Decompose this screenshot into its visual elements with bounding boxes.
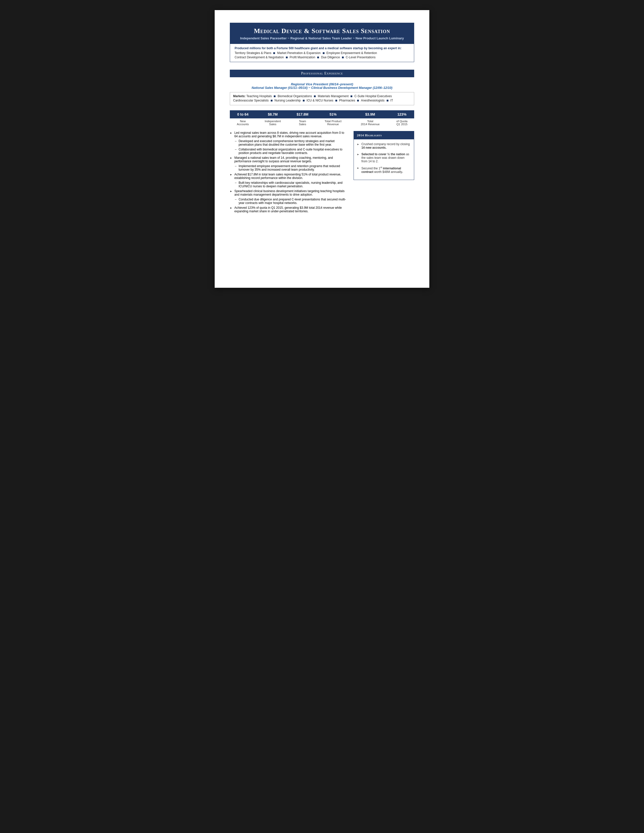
sub-bullet-5: – Conducted due diligence and prepared C… [235, 198, 348, 205]
market-bullet-5 [303, 100, 304, 101]
column-left: ► Led regional sales team across 8 state… [230, 131, 348, 214]
stat-label-1: NewAccounts [230, 118, 256, 127]
sub-bullet-4: – Built key relationships with cardiovas… [235, 181, 348, 188]
highlight-arrow-3: ► [357, 167, 359, 169]
sub-bullet-text-2: Collaborated with biomedical organizatio… [239, 148, 348, 155]
market-item-3: Materials Management [318, 95, 349, 98]
resume-page: Medical Device & Software Sales Sensatio… [215, 10, 429, 288]
expert-item-6: Due Diligence [321, 56, 340, 59]
main-bullet-5: ► Achieved 123% of quota in Q1 2015, gen… [230, 206, 348, 213]
expert-item-4: Contract Development & Negotiation [235, 56, 284, 59]
expert-box: Produced millions for both a Fortune 500… [230, 43, 414, 62]
arrow-icon-5: ► [230, 206, 232, 209]
markets-label: Markets: [233, 95, 245, 98]
market-item-2: Biomedical Organizations [277, 95, 312, 98]
arrow-icon-4: ► [230, 190, 232, 193]
stat-label-4: Total ProductRevenue [316, 118, 351, 127]
market-item-6: Nursing Leadership [275, 99, 301, 102]
highlight-item-2: ► Selected to cover ½ the nation as the … [357, 153, 411, 163]
markets-box: Markets: Teaching Hospitals Biomedical O… [230, 92, 414, 105]
bullet-text-1: Led regional sales team across 8 states,… [234, 131, 348, 138]
stats-header-row: 0 to 64 $8.7M $17.8M 51% $3.9M 123% [230, 110, 414, 118]
sub-bullet-text-4: Built key relationships with cardiovascu… [239, 181, 348, 188]
two-column-section: ► Led regional sales team across 8 state… [230, 131, 414, 214]
stat-header-4: 51% [316, 110, 351, 118]
bullet-text-3: Achieved $17.8M in total team sales repr… [234, 173, 348, 180]
main-bullet-1: ► Led regional sales team across 8 state… [230, 131, 348, 138]
highlights-header: 2014 Highlights [354, 131, 414, 139]
bullet-square-3 [286, 56, 288, 58]
dash-icon-3: – [235, 164, 237, 168]
expert-item-3: Employee Empowerment & Retention [327, 51, 377, 55]
stat-label-3: TeamSales [290, 118, 316, 127]
highlight-item-3: ► Secured the 1st international contract… [357, 166, 411, 174]
expert-item-2: Market Penetration & Expansion [277, 51, 320, 55]
highlight-text-3: Secured the 1st international contract w… [361, 166, 411, 174]
highlight-text-2: Selected to cover ½ the nation as the sa… [361, 153, 411, 163]
expert-items: Territory Strategies & Plans Market Pene… [235, 51, 409, 60]
stat-header-6: 123% [390, 110, 414, 118]
highlight-arrow-2: ► [357, 153, 359, 156]
bullet-square-5 [342, 56, 344, 58]
job-titles: Regional Vice President (06/14–present) … [230, 82, 414, 90]
sub-bullet-1: – Developed and executed comprehensive t… [235, 139, 348, 146]
market-item-1: Teaching Hospitals [245, 95, 272, 98]
market-bullet-2 [314, 95, 316, 97]
market-bullet-4 [271, 100, 272, 101]
expert-intro: Produced millions for both a Fortune 500… [235, 47, 409, 50]
stat-header-5: $3.9M [351, 110, 390, 118]
sub-bullet-2: – Collaborated with biomedical organizat… [235, 148, 348, 155]
expert-row-2: Contract Development & Negotiation Profi… [235, 56, 409, 59]
market-bullet-1 [274, 95, 275, 97]
arrow-icon-1: ► [230, 132, 232, 134]
highlights-box: 2014 Highlights ► Crushed company record… [354, 131, 414, 180]
highlights-body: ► Crushed company record by closing 14 n… [354, 139, 414, 180]
dash-icon-1: – [235, 139, 237, 143]
market-item-8: Pharmacies [339, 99, 355, 102]
stats-label-row: NewAccounts IndependentSales TeamSales T… [230, 118, 414, 127]
stats-table: 0 to 64 $8.7M $17.8M 51% $3.9M 123% NewA… [230, 110, 414, 127]
bullet-text-2: Managed a national sales team of 14, pro… [234, 156, 348, 163]
expert-item-1: Territory Strategies & Plans [235, 51, 271, 55]
expert-row-1: Territory Strategies & Plans Market Pene… [235, 51, 409, 55]
bullet-text-4: Spearheaded clinical business developmen… [234, 189, 348, 196]
stat-header-3: $17.8M [290, 110, 316, 118]
stat-header-2: $8.7M [256, 110, 290, 118]
arrow-icon-3: ► [230, 173, 232, 176]
main-bullet-2: ► Managed a national sales team of 14, p… [230, 156, 348, 163]
header-box: Medical Device & Software Sales Sensatio… [230, 23, 414, 43]
market-item-5: Cardiovascular Specialists [233, 99, 269, 102]
bullet-text-5: Achieved 123% of quota in Q1 2015, gener… [234, 206, 348, 213]
market-bullet-6 [335, 100, 337, 101]
main-bullet-3: ► Achieved $17.8M in total team sales re… [230, 173, 348, 180]
market-item-7: ICU & NICU Nurses [307, 99, 333, 102]
highlight-arrow-1: ► [357, 143, 359, 146]
section-header-experience: Professional Experience [230, 70, 414, 77]
highlight-item-1: ► Crushed company record by closing 14 n… [357, 142, 411, 150]
market-bullet-3 [351, 95, 352, 97]
header-subtitle: Independent Sales Pacesetter ~ Regional … [236, 36, 408, 40]
stat-label-5: Total2014 Revenue [351, 118, 390, 127]
expert-item-5: Profit Maximization [290, 56, 315, 59]
stat-label-6: of QuotaQ1 2015 [390, 118, 414, 127]
markets-row-2: Cardiovascular Specialists Nursing Leade… [233, 99, 411, 102]
bullet-square-2 [323, 52, 325, 54]
job-title-main: Regional Vice President (06/14–present) [230, 82, 414, 86]
bullet-square-1 [273, 52, 275, 54]
highlight-text-1: Crushed company record by closing 14 new… [361, 142, 411, 150]
market-bullet-8 [386, 100, 388, 101]
bullet-square-4 [317, 56, 319, 58]
market-bullet-7 [357, 100, 359, 101]
market-item-4: C-Suite Hospital Executives [354, 95, 392, 98]
column-right: 2014 Highlights ► Crushed company record… [354, 131, 414, 214]
sub-bullet-text-5: Conducted due diligence and prepared C-l… [239, 198, 348, 205]
sub-bullet-text-1: Developed and executed comprehensive ter… [239, 139, 348, 146]
arrow-icon-2: ► [230, 156, 232, 159]
stat-label-2: IndependentSales [256, 118, 290, 127]
sub-bullet-text-3: Implemented employee empowerment and ret… [239, 164, 348, 171]
page-title: Medical Device & Software Sales Sensatio… [236, 27, 408, 35]
dash-icon-2: – [235, 148, 237, 151]
market-item-9: Anesthesiologists [361, 99, 385, 102]
dash-icon-5: – [235, 198, 237, 201]
expert-item-7: C-Level Presentations [346, 56, 375, 59]
